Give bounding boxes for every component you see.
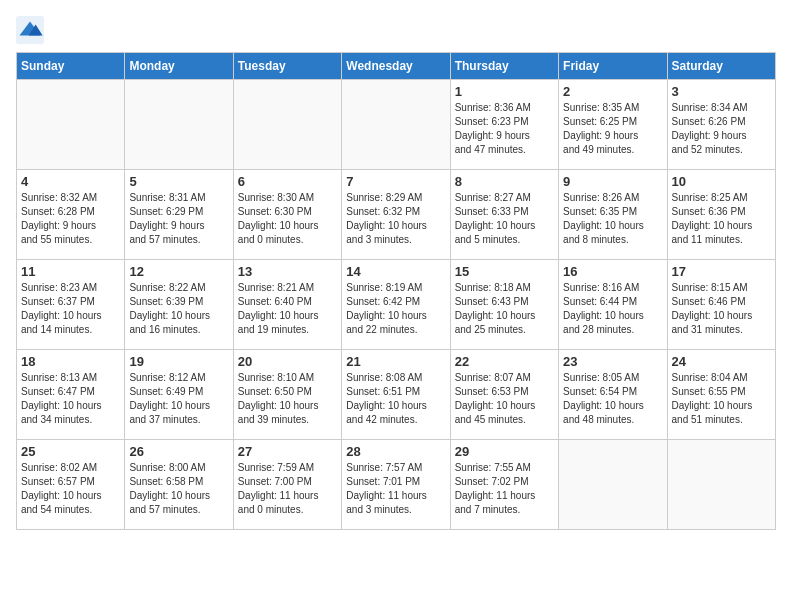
day-cell: 11Sunrise: 8:23 AM Sunset: 6:37 PM Dayli… [17, 260, 125, 350]
day-number: 2 [563, 84, 662, 99]
day-cell: 29Sunrise: 7:55 AM Sunset: 7:02 PM Dayli… [450, 440, 558, 530]
day-number: 17 [672, 264, 771, 279]
day-cell [559, 440, 667, 530]
day-info: Sunrise: 8:36 AM Sunset: 6:23 PM Dayligh… [455, 101, 554, 157]
day-info: Sunrise: 8:02 AM Sunset: 6:57 PM Dayligh… [21, 461, 120, 517]
day-number: 13 [238, 264, 337, 279]
day-cell: 1Sunrise: 8:36 AM Sunset: 6:23 PM Daylig… [450, 80, 558, 170]
day-number: 1 [455, 84, 554, 99]
day-info: Sunrise: 7:59 AM Sunset: 7:00 PM Dayligh… [238, 461, 337, 517]
day-info: Sunrise: 8:27 AM Sunset: 6:33 PM Dayligh… [455, 191, 554, 247]
day-info: Sunrise: 8:22 AM Sunset: 6:39 PM Dayligh… [129, 281, 228, 337]
logo-icon [16, 16, 44, 44]
day-cell: 16Sunrise: 8:16 AM Sunset: 6:44 PM Dayli… [559, 260, 667, 350]
day-info: Sunrise: 8:18 AM Sunset: 6:43 PM Dayligh… [455, 281, 554, 337]
day-info: Sunrise: 8:16 AM Sunset: 6:44 PM Dayligh… [563, 281, 662, 337]
day-number: 11 [21, 264, 120, 279]
day-info: Sunrise: 8:26 AM Sunset: 6:35 PM Dayligh… [563, 191, 662, 247]
day-number: 23 [563, 354, 662, 369]
day-cell: 22Sunrise: 8:07 AM Sunset: 6:53 PM Dayli… [450, 350, 558, 440]
day-number: 5 [129, 174, 228, 189]
day-number: 26 [129, 444, 228, 459]
day-info: Sunrise: 8:07 AM Sunset: 6:53 PM Dayligh… [455, 371, 554, 427]
day-cell [125, 80, 233, 170]
header [16, 16, 776, 44]
col-header-wednesday: Wednesday [342, 53, 450, 80]
day-number: 8 [455, 174, 554, 189]
day-info: Sunrise: 8:04 AM Sunset: 6:55 PM Dayligh… [672, 371, 771, 427]
week-row-3: 11Sunrise: 8:23 AM Sunset: 6:37 PM Dayli… [17, 260, 776, 350]
day-cell [667, 440, 775, 530]
day-cell: 8Sunrise: 8:27 AM Sunset: 6:33 PM Daylig… [450, 170, 558, 260]
day-cell: 6Sunrise: 8:30 AM Sunset: 6:30 PM Daylig… [233, 170, 341, 260]
week-row-5: 25Sunrise: 8:02 AM Sunset: 6:57 PM Dayli… [17, 440, 776, 530]
col-header-monday: Monday [125, 53, 233, 80]
day-number: 27 [238, 444, 337, 459]
day-info: Sunrise: 7:55 AM Sunset: 7:02 PM Dayligh… [455, 461, 554, 517]
day-cell: 12Sunrise: 8:22 AM Sunset: 6:39 PM Dayli… [125, 260, 233, 350]
day-number: 25 [21, 444, 120, 459]
day-cell: 28Sunrise: 7:57 AM Sunset: 7:01 PM Dayli… [342, 440, 450, 530]
day-cell: 14Sunrise: 8:19 AM Sunset: 6:42 PM Dayli… [342, 260, 450, 350]
day-cell: 26Sunrise: 8:00 AM Sunset: 6:58 PM Dayli… [125, 440, 233, 530]
day-number: 3 [672, 84, 771, 99]
day-cell: 20Sunrise: 8:10 AM Sunset: 6:50 PM Dayli… [233, 350, 341, 440]
day-cell: 9Sunrise: 8:26 AM Sunset: 6:35 PM Daylig… [559, 170, 667, 260]
day-number: 7 [346, 174, 445, 189]
day-info: Sunrise: 8:10 AM Sunset: 6:50 PM Dayligh… [238, 371, 337, 427]
day-cell [17, 80, 125, 170]
day-info: Sunrise: 7:57 AM Sunset: 7:01 PM Dayligh… [346, 461, 445, 517]
day-info: Sunrise: 8:05 AM Sunset: 6:54 PM Dayligh… [563, 371, 662, 427]
day-info: Sunrise: 8:32 AM Sunset: 6:28 PM Dayligh… [21, 191, 120, 247]
day-number: 14 [346, 264, 445, 279]
day-cell: 15Sunrise: 8:18 AM Sunset: 6:43 PM Dayli… [450, 260, 558, 350]
day-cell: 3Sunrise: 8:34 AM Sunset: 6:26 PM Daylig… [667, 80, 775, 170]
day-cell: 4Sunrise: 8:32 AM Sunset: 6:28 PM Daylig… [17, 170, 125, 260]
calendar-table: SundayMondayTuesdayWednesdayThursdayFrid… [16, 52, 776, 530]
day-cell: 17Sunrise: 8:15 AM Sunset: 6:46 PM Dayli… [667, 260, 775, 350]
day-info: Sunrise: 8:00 AM Sunset: 6:58 PM Dayligh… [129, 461, 228, 517]
week-row-4: 18Sunrise: 8:13 AM Sunset: 6:47 PM Dayli… [17, 350, 776, 440]
day-info: Sunrise: 8:12 AM Sunset: 6:49 PM Dayligh… [129, 371, 228, 427]
day-info: Sunrise: 8:21 AM Sunset: 6:40 PM Dayligh… [238, 281, 337, 337]
day-number: 24 [672, 354, 771, 369]
day-info: Sunrise: 8:34 AM Sunset: 6:26 PM Dayligh… [672, 101, 771, 157]
col-header-thursday: Thursday [450, 53, 558, 80]
day-number: 18 [21, 354, 120, 369]
week-row-1: 1Sunrise: 8:36 AM Sunset: 6:23 PM Daylig… [17, 80, 776, 170]
day-cell [342, 80, 450, 170]
day-info: Sunrise: 8:23 AM Sunset: 6:37 PM Dayligh… [21, 281, 120, 337]
day-cell: 13Sunrise: 8:21 AM Sunset: 6:40 PM Dayli… [233, 260, 341, 350]
col-header-saturday: Saturday [667, 53, 775, 80]
day-info: Sunrise: 8:31 AM Sunset: 6:29 PM Dayligh… [129, 191, 228, 247]
col-header-friday: Friday [559, 53, 667, 80]
day-number: 12 [129, 264, 228, 279]
day-number: 9 [563, 174, 662, 189]
day-number: 15 [455, 264, 554, 279]
day-cell: 7Sunrise: 8:29 AM Sunset: 6:32 PM Daylig… [342, 170, 450, 260]
col-header-tuesday: Tuesday [233, 53, 341, 80]
day-number: 16 [563, 264, 662, 279]
day-number: 20 [238, 354, 337, 369]
logo [16, 16, 48, 44]
day-info: Sunrise: 8:25 AM Sunset: 6:36 PM Dayligh… [672, 191, 771, 247]
day-cell: 5Sunrise: 8:31 AM Sunset: 6:29 PM Daylig… [125, 170, 233, 260]
day-cell [233, 80, 341, 170]
day-number: 19 [129, 354, 228, 369]
col-header-sunday: Sunday [17, 53, 125, 80]
day-number: 10 [672, 174, 771, 189]
day-cell: 19Sunrise: 8:12 AM Sunset: 6:49 PM Dayli… [125, 350, 233, 440]
day-number: 22 [455, 354, 554, 369]
day-number: 4 [21, 174, 120, 189]
day-number: 6 [238, 174, 337, 189]
day-number: 21 [346, 354, 445, 369]
day-cell: 23Sunrise: 8:05 AM Sunset: 6:54 PM Dayli… [559, 350, 667, 440]
day-info: Sunrise: 8:19 AM Sunset: 6:42 PM Dayligh… [346, 281, 445, 337]
day-cell: 21Sunrise: 8:08 AM Sunset: 6:51 PM Dayli… [342, 350, 450, 440]
day-info: Sunrise: 8:08 AM Sunset: 6:51 PM Dayligh… [346, 371, 445, 427]
day-info: Sunrise: 8:35 AM Sunset: 6:25 PM Dayligh… [563, 101, 662, 157]
day-cell: 2Sunrise: 8:35 AM Sunset: 6:25 PM Daylig… [559, 80, 667, 170]
day-info: Sunrise: 8:15 AM Sunset: 6:46 PM Dayligh… [672, 281, 771, 337]
day-cell: 10Sunrise: 8:25 AM Sunset: 6:36 PM Dayli… [667, 170, 775, 260]
week-row-2: 4Sunrise: 8:32 AM Sunset: 6:28 PM Daylig… [17, 170, 776, 260]
